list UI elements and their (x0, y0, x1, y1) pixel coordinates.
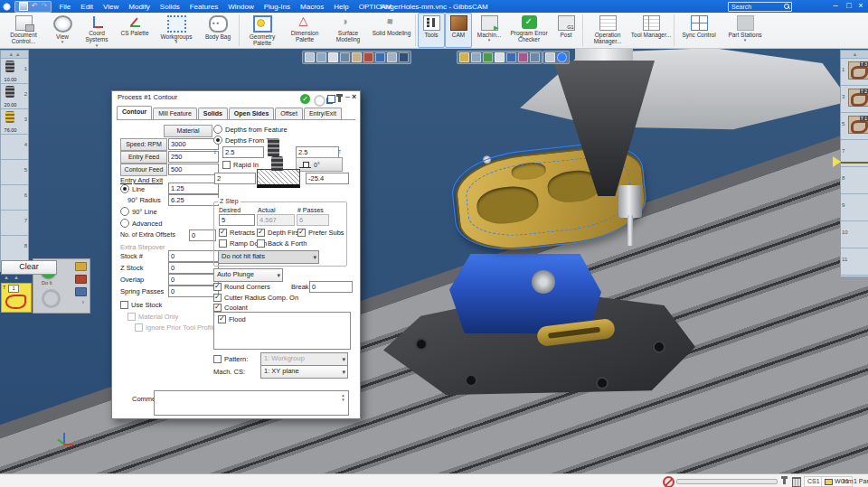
search-input[interactable]: Search (728, 2, 792, 12)
use-stock-checkbox[interactable]: Use Stock (120, 301, 162, 309)
menu-opticam[interactable]: OPTICAM (359, 3, 392, 11)
ribbon-cam[interactable]: CAM (445, 13, 472, 48)
zoom-window-icon[interactable] (545, 52, 555, 62)
view-mode-icon[interactable] (316, 52, 326, 62)
depth-first-checkbox[interactable]: Depth First (257, 229, 301, 237)
entry-feed-field[interactable]: 250 (168, 151, 219, 163)
pattern-checkbox[interactable]: Pattern: (213, 355, 248, 363)
stock-num-field[interactable]: 0 (168, 250, 219, 262)
operation-slot[interactable]: 10 (841, 221, 868, 248)
maximize-button[interactable]: □ (844, 0, 854, 12)
ribbon-machine[interactable]: Machin... (472, 13, 506, 48)
round-corners-checkbox[interactable]: Round Corners (213, 283, 270, 291)
pin-icon[interactable] (338, 94, 341, 102)
bottom-depth-field[interactable]: 2 (214, 173, 256, 184)
tool-slot[interactable]: 20.00 2 (1, 84, 28, 109)
menu-solids[interactable]: Solids (160, 3, 180, 11)
insert-marker-arrow[interactable] (833, 156, 841, 167)
render-mode-icon[interactable] (506, 52, 516, 62)
view-mode-icon[interactable] (352, 52, 362, 62)
tab-solids[interactable]: Solids (198, 108, 228, 119)
save-icon[interactable] (19, 2, 28, 11)
dialog-minimize-icon[interactable]: – (345, 92, 350, 101)
close-button[interactable]: × (855, 0, 866, 12)
ribbon-document-control[interactable]: Document Control... (0, 13, 47, 48)
menu-macros[interactable]: Macros (300, 3, 324, 11)
tool-slot[interactable]: 6 (1, 185, 28, 211)
clear-button[interactable]: Clear (1, 260, 57, 275)
menu-edit[interactable]: Edit (80, 3, 93, 11)
redo-op-button[interactable] (42, 289, 61, 308)
operation-slot[interactable]: 5 T 1 (841, 113, 868, 140)
tool-slot[interactable]: 7 (1, 211, 28, 236)
flood-checkbox[interactable]: Flood (218, 315, 246, 323)
radius-field[interactable]: 6.25 (168, 194, 219, 206)
advanced-radio[interactable]: Advanced (120, 219, 162, 228)
dialog-close-icon[interactable]: × (352, 92, 356, 101)
menu-modify[interactable]: Modify (128, 3, 150, 11)
view-mode-icon[interactable] (387, 52, 397, 62)
comment-textarea[interactable]: ▲▼ (154, 390, 349, 416)
z-stock-field[interactable]: 0 (168, 262, 219, 274)
app-icon[interactable] (3, 3, 11, 11)
ops-icon[interactable] (75, 287, 87, 296)
line-value-field[interactable]: 1.25 (168, 183, 219, 194)
menu-window[interactable]: Window (228, 3, 253, 11)
ribbon-tools[interactable]: Tools (418, 13, 445, 48)
cutter-comp-checkbox[interactable]: Cutter Radius Comp. On (213, 294, 298, 302)
scroll-up-icon[interactable]: ▲ ▲ (1, 51, 28, 59)
mach-cs-dropdown[interactable]: 1: XY plane (260, 365, 348, 379)
minimize-button[interactable]: – (830, 0, 841, 12)
render-mode-icon[interactable] (495, 52, 505, 62)
tool-slot[interactable]: 8 (1, 236, 28, 261)
expand-icon[interactable]: › (82, 299, 84, 305)
coolant-checkbox[interactable]: Coolant (213, 304, 248, 312)
coolant-list[interactable]: Flood (213, 312, 351, 350)
apply-check-icon[interactable] (300, 94, 310, 104)
view-mode-icon[interactable] (340, 52, 350, 62)
retracts-checkbox[interactable]: Retracts (219, 229, 255, 237)
menu-plugins[interactable]: Plug-Ins (264, 3, 290, 11)
view-mode-icon[interactable] (363, 52, 373, 62)
depths-from-feature-radio[interactable]: Depths from Feature (213, 125, 288, 134)
operation-slot[interactable]: 9 (841, 194, 868, 221)
scroll-up-icon[interactable]: ▲ ▲ (4, 275, 19, 280)
tool-slot[interactable]: 5 (1, 160, 28, 185)
ribbon-solid-modeling[interactable]: Solid Modeling (370, 13, 413, 48)
contour-feed-button[interactable]: Contour Feed (120, 164, 167, 176)
view-mode-icon[interactable] (399, 52, 409, 62)
redo-icon[interactable]: ↷ (42, 2, 48, 11)
rapid-in-checkbox[interactable]: Rapid In (222, 161, 259, 169)
line-radio[interactable]: Line (120, 184, 145, 193)
folder-icon[interactable] (75, 262, 87, 271)
ribbon-geometry-palette[interactable]: Geometry Palette (241, 13, 283, 48)
scroll-up-icon[interactable]: ▲ (841, 51, 868, 59)
tab-entry-exit[interactable]: Entry/Exit (304, 108, 342, 119)
tool-slot[interactable]: 76.00 3 (1, 109, 28, 135)
pin-icon[interactable] (783, 477, 786, 484)
ribbon-body-bag[interactable]: Body Bag (199, 13, 237, 48)
back-forth-checkbox[interactable]: Back & Forth (257, 239, 307, 248)
top-depth-field[interactable]: 2.5 (222, 146, 264, 158)
menu-features[interactable]: Features (190, 3, 219, 11)
ribbon-dimension-palette[interactable]: Dimension Palette (283, 13, 326, 48)
tab-offset[interactable]: Offset (275, 108, 303, 119)
desired-step-field[interactable]: 5 (219, 214, 255, 226)
prefer-subs-checkbox[interactable]: Prefer Subs (297, 229, 344, 237)
duplicate-icon[interactable] (327, 95, 335, 103)
ribbon-program-error-checker[interactable]: Program Error Checker (506, 13, 552, 48)
spring-passes-field[interactable]: 0 (168, 286, 219, 297)
ribbon-view[interactable]: View (47, 13, 78, 48)
speed-rpm-button[interactable]: Speed: RPM (120, 138, 167, 151)
render-mode-icon[interactable] (471, 52, 481, 62)
render-mode-icon[interactable] (459, 52, 469, 62)
break-field[interactable]: 0 (309, 281, 353, 293)
entry-feed-button[interactable]: Entry Feed (120, 151, 167, 164)
tab-contour[interactable]: Contour (117, 106, 152, 119)
undo-icon[interactable]: ↶ (32, 2, 38, 11)
process-tile-1[interactable]: T 1 (1, 283, 32, 313)
view-mode-icon[interactable] (305, 52, 315, 62)
line90-radio[interactable]: 90° Line (120, 207, 157, 216)
operation-slot[interactable]: 1 T 3 (841, 59, 868, 86)
entry-angle-button[interactable]: 0° (296, 157, 343, 172)
